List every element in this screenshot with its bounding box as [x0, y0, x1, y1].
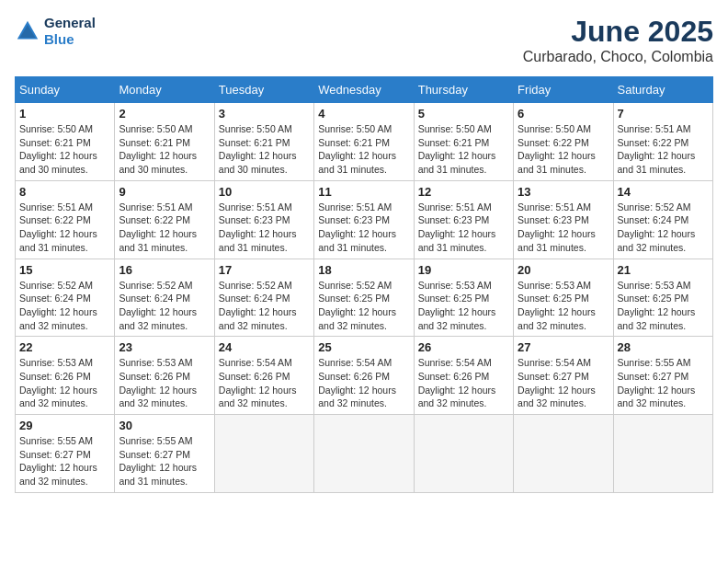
calendar-cell: 4 Sunrise: 5:50 AM Sunset: 6:21 PM Dayli…	[314, 103, 414, 181]
day-number: 10	[219, 185, 310, 199]
day-number: 13	[518, 185, 609, 199]
calendar-cell: 5 Sunrise: 5:50 AM Sunset: 6:21 PM Dayli…	[414, 103, 513, 181]
day-number: 23	[119, 340, 210, 354]
logo: General Blue	[15, 15, 96, 48]
day-info: Sunrise: 5:51 AM Sunset: 6:23 PM Dayligh…	[219, 201, 310, 255]
logo-line2: Blue	[44, 31, 96, 48]
day-info: Sunrise: 5:52 AM Sunset: 6:24 PM Dayligh…	[219, 279, 310, 333]
day-number: 5	[418, 107, 509, 121]
week-row-3: 15 Sunrise: 5:52 AM Sunset: 6:24 PM Dayl…	[16, 259, 713, 337]
day-number: 8	[19, 185, 110, 199]
day-number: 14	[618, 185, 709, 199]
day-info: Sunrise: 5:55 AM Sunset: 6:27 PM Dayligh…	[19, 434, 110, 488]
calendar-cell: 28 Sunrise: 5:55 AM Sunset: 6:27 PM Dayl…	[613, 337, 712, 415]
day-info: Sunrise: 5:52 AM Sunset: 6:24 PM Dayligh…	[19, 279, 110, 333]
week-row-2: 8 Sunrise: 5:51 AM Sunset: 6:22 PM Dayli…	[16, 180, 713, 259]
day-number: 3	[219, 107, 310, 121]
calendar-cell	[613, 415, 712, 493]
day-info: Sunrise: 5:53 AM Sunset: 6:26 PM Dayligh…	[119, 356, 210, 410]
calendar-cell	[314, 415, 414, 493]
calendar-cell: 11 Sunrise: 5:51 AM Sunset: 6:23 PM Dayl…	[314, 180, 414, 259]
calendar-cell: 17 Sunrise: 5:52 AM Sunset: 6:24 PM Dayl…	[214, 259, 313, 337]
calendar-cell: 21 Sunrise: 5:53 AM Sunset: 6:25 PM Dayl…	[613, 259, 712, 337]
calendar-cell: 1 Sunrise: 5:50 AM Sunset: 6:21 PM Dayli…	[16, 103, 115, 181]
calendar-cell: 15 Sunrise: 5:52 AM Sunset: 6:24 PM Dayl…	[16, 259, 115, 337]
week-row-4: 22 Sunrise: 5:53 AM Sunset: 6:26 PM Dayl…	[16, 337, 713, 415]
calendar-cell: 8 Sunrise: 5:51 AM Sunset: 6:22 PM Dayli…	[16, 180, 115, 259]
title-section: June 2025 Curbarado, Choco, Colombia	[523, 15, 713, 65]
day-number: 19	[418, 263, 509, 277]
day-info: Sunrise: 5:54 AM Sunset: 6:26 PM Dayligh…	[318, 356, 409, 410]
day-info: Sunrise: 5:51 AM Sunset: 6:23 PM Dayligh…	[318, 201, 409, 255]
day-number: 9	[119, 185, 210, 199]
calendar-cell: 16 Sunrise: 5:52 AM Sunset: 6:24 PM Dayl…	[115, 259, 214, 337]
day-number: 30	[119, 419, 210, 432]
day-number: 15	[19, 263, 110, 277]
day-info: Sunrise: 5:53 AM Sunset: 6:25 PM Dayligh…	[618, 279, 709, 333]
calendar: SundayMondayTuesdayWednesdayThursdayFrid…	[15, 76, 713, 493]
calendar-cell: 3 Sunrise: 5:50 AM Sunset: 6:21 PM Dayli…	[214, 103, 313, 181]
day-number: 11	[318, 185, 409, 199]
day-info: Sunrise: 5:51 AM Sunset: 6:22 PM Dayligh…	[618, 122, 709, 177]
logo-line1: General	[44, 15, 96, 31]
page-header: General Blue June 2025 Curbarado, Choco,…	[15, 15, 713, 65]
day-info: Sunrise: 5:51 AM Sunset: 6:22 PM Dayligh…	[19, 201, 110, 255]
day-info: Sunrise: 5:53 AM Sunset: 6:26 PM Dayligh…	[19, 356, 110, 410]
calendar-cell: 14 Sunrise: 5:52 AM Sunset: 6:24 PM Dayl…	[613, 180, 712, 259]
day-info: Sunrise: 5:54 AM Sunset: 6:26 PM Dayligh…	[219, 356, 310, 410]
weekday-header-sunday: Sunday	[16, 77, 115, 103]
day-info: Sunrise: 5:52 AM Sunset: 6:24 PM Dayligh…	[119, 279, 210, 333]
day-number: 22	[19, 340, 110, 354]
calendar-cell: 9 Sunrise: 5:51 AM Sunset: 6:22 PM Dayli…	[115, 180, 214, 259]
calendar-cell: 2 Sunrise: 5:50 AM Sunset: 6:21 PM Dayli…	[115, 103, 214, 181]
weekday-header-monday: Monday	[115, 77, 214, 103]
location: Curbarado, Choco, Colombia	[523, 49, 713, 65]
calendar-cell: 27 Sunrise: 5:54 AM Sunset: 6:27 PM Dayl…	[514, 337, 613, 415]
day-number: 26	[418, 340, 509, 354]
day-info: Sunrise: 5:53 AM Sunset: 6:25 PM Dayligh…	[418, 279, 509, 333]
week-row-1: 1 Sunrise: 5:50 AM Sunset: 6:21 PM Dayli…	[16, 103, 713, 181]
day-info: Sunrise: 5:50 AM Sunset: 6:21 PM Dayligh…	[119, 122, 210, 177]
day-info: Sunrise: 5:53 AM Sunset: 6:25 PM Dayligh…	[518, 279, 609, 333]
calendar-cell: 23 Sunrise: 5:53 AM Sunset: 6:26 PM Dayl…	[115, 337, 214, 415]
day-number: 6	[518, 107, 609, 121]
day-number: 1	[19, 107, 110, 121]
day-number: 4	[318, 107, 409, 121]
calendar-cell: 10 Sunrise: 5:51 AM Sunset: 6:23 PM Dayl…	[214, 180, 313, 259]
day-info: Sunrise: 5:54 AM Sunset: 6:26 PM Dayligh…	[418, 356, 509, 410]
day-info: Sunrise: 5:50 AM Sunset: 6:21 PM Dayligh…	[318, 122, 409, 177]
day-number: 20	[518, 263, 609, 277]
day-info: Sunrise: 5:55 AM Sunset: 6:27 PM Dayligh…	[119, 434, 210, 488]
day-number: 25	[318, 340, 409, 354]
logo-icon	[15, 18, 40, 44]
weekday-header-wednesday: Wednesday	[314, 77, 414, 103]
calendar-cell: 12 Sunrise: 5:51 AM Sunset: 6:23 PM Dayl…	[414, 180, 513, 259]
calendar-cell: 26 Sunrise: 5:54 AM Sunset: 6:26 PM Dayl…	[414, 337, 513, 415]
calendar-cell: 22 Sunrise: 5:53 AM Sunset: 6:26 PM Dayl…	[16, 337, 115, 415]
day-info: Sunrise: 5:55 AM Sunset: 6:27 PM Dayligh…	[618, 356, 709, 410]
weekday-header-tuesday: Tuesday	[214, 77, 313, 103]
calendar-cell: 24 Sunrise: 5:54 AM Sunset: 6:26 PM Dayl…	[214, 337, 313, 415]
calendar-cell: 29 Sunrise: 5:55 AM Sunset: 6:27 PM Dayl…	[16, 415, 115, 493]
calendar-cell: 20 Sunrise: 5:53 AM Sunset: 6:25 PM Dayl…	[514, 259, 613, 337]
day-number: 24	[219, 340, 310, 354]
day-info: Sunrise: 5:51 AM Sunset: 6:22 PM Dayligh…	[119, 201, 210, 255]
day-number: 17	[219, 263, 310, 277]
day-info: Sunrise: 5:50 AM Sunset: 6:21 PM Dayligh…	[19, 122, 110, 177]
day-info: Sunrise: 5:51 AM Sunset: 6:23 PM Dayligh…	[418, 201, 509, 255]
day-number: 18	[318, 263, 409, 277]
month-title: June 2025	[523, 15, 713, 49]
calendar-cell: 19 Sunrise: 5:53 AM Sunset: 6:25 PM Dayl…	[414, 259, 513, 337]
day-info: Sunrise: 5:52 AM Sunset: 6:24 PM Dayligh…	[618, 201, 709, 255]
day-info: Sunrise: 5:54 AM Sunset: 6:27 PM Dayligh…	[518, 356, 609, 410]
calendar-cell: 30 Sunrise: 5:55 AM Sunset: 6:27 PM Dayl…	[115, 415, 214, 493]
weekday-header-row: SundayMondayTuesdayWednesdayThursdayFrid…	[16, 77, 713, 103]
calendar-cell: 6 Sunrise: 5:50 AM Sunset: 6:22 PM Dayli…	[514, 103, 613, 181]
day-info: Sunrise: 5:50 AM Sunset: 6:21 PM Dayligh…	[418, 122, 509, 177]
calendar-cell: 13 Sunrise: 5:51 AM Sunset: 6:23 PM Dayl…	[514, 180, 613, 259]
calendar-cell: 25 Sunrise: 5:54 AM Sunset: 6:26 PM Dayl…	[314, 337, 414, 415]
week-row-5: 29 Sunrise: 5:55 AM Sunset: 6:27 PM Dayl…	[16, 415, 713, 493]
day-info: Sunrise: 5:50 AM Sunset: 6:22 PM Dayligh…	[518, 122, 609, 177]
calendar-cell: 7 Sunrise: 5:51 AM Sunset: 6:22 PM Dayli…	[613, 103, 712, 181]
calendar-cell: 18 Sunrise: 5:52 AM Sunset: 6:25 PM Dayl…	[314, 259, 414, 337]
